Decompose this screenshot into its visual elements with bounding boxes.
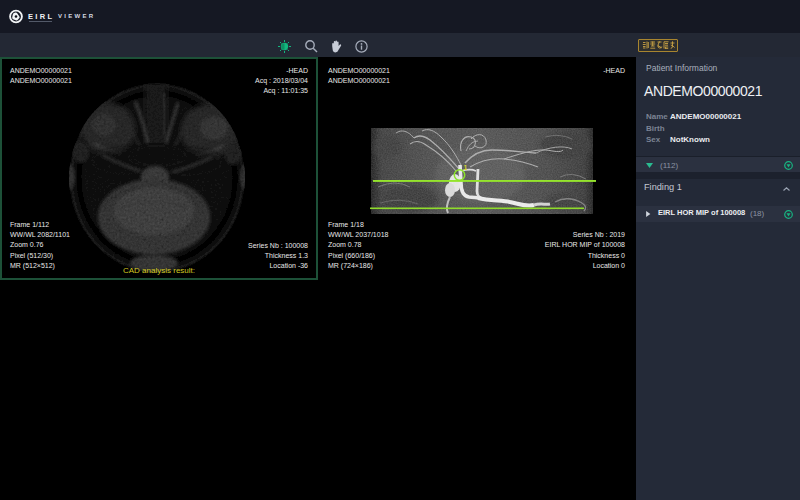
svg-text:1: 1 <box>464 164 468 171</box>
